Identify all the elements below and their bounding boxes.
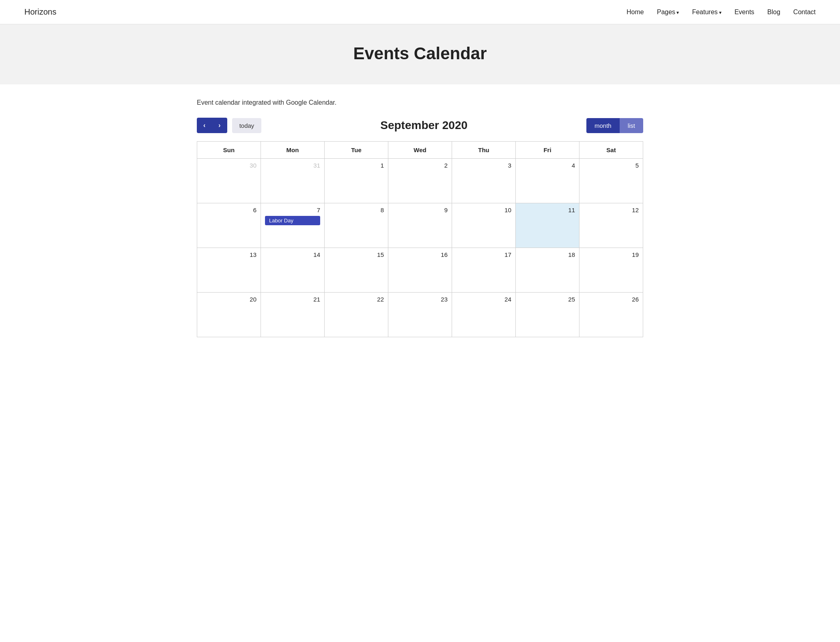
- day-number: 8: [329, 207, 384, 213]
- calendar-cell: 30: [197, 159, 261, 203]
- calendar-grid: SunMonTueWedThuFriSat 30311234567Labor D…: [197, 141, 643, 337]
- nav-contact[interactable]: Contact: [793, 9, 816, 16]
- calendar-cell: 8: [325, 203, 388, 248]
- day-number: 17: [456, 251, 511, 258]
- day-header-thu: Thu: [452, 142, 516, 159]
- day-header-sat: Sat: [579, 142, 643, 159]
- day-number: 20: [201, 296, 256, 303]
- next-button[interactable]: ›: [212, 118, 227, 133]
- calendar-cell: 17: [452, 248, 516, 293]
- nav-features[interactable]: Features: [692, 9, 721, 16]
- navbar: Horizons Home Pages Features Events Blog…: [0, 0, 840, 24]
- calendar-toolbar: ‹ › today September 2020 month list: [197, 118, 643, 133]
- nav-events[interactable]: Events: [734, 9, 754, 16]
- nav-buttons: ‹ ›: [197, 118, 227, 133]
- main-content: Event calendar integrated with Google Ca…: [181, 84, 659, 362]
- calendar-cell: 12: [579, 203, 643, 248]
- list-view-button[interactable]: list: [620, 118, 643, 133]
- view-toggle: month list: [586, 118, 643, 133]
- day-number: 31: [265, 162, 320, 169]
- calendar-cell: 26: [579, 293, 643, 337]
- day-number: 26: [584, 296, 639, 303]
- day-number: 4: [520, 162, 575, 169]
- day-number: 24: [456, 296, 511, 303]
- day-number: 14: [265, 251, 320, 258]
- day-number: 21: [265, 296, 320, 303]
- calendar-cell: 1: [325, 159, 388, 203]
- event-tag[interactable]: Labor Day: [265, 216, 320, 225]
- day-header-sun: Sun: [197, 142, 261, 159]
- calendar-cell: 14: [261, 248, 325, 293]
- day-number: 15: [329, 251, 384, 258]
- calendar-cell: 19: [579, 248, 643, 293]
- day-number: 13: [201, 251, 256, 258]
- day-number: 30: [201, 162, 256, 169]
- month-title: September 2020: [261, 119, 586, 132]
- day-number: 2: [392, 162, 448, 169]
- day-number: 7: [265, 207, 320, 213]
- month-view-button[interactable]: month: [586, 118, 620, 133]
- calendar-cell: 25: [516, 293, 579, 337]
- calendar-row: 20212223242526: [197, 293, 643, 337]
- day-number: 11: [520, 207, 575, 213]
- day-number: 9: [392, 207, 448, 213]
- prev-button[interactable]: ‹: [197, 118, 212, 133]
- hero-banner: Events Calendar: [0, 24, 840, 84]
- calendar-cell: 20: [197, 293, 261, 337]
- day-number: 16: [392, 251, 448, 258]
- day-number: 19: [584, 251, 639, 258]
- description-text: Event calendar integrated with Google Ca…: [197, 99, 643, 106]
- calendar-cell: 11: [516, 203, 579, 248]
- calendar-cell: 2: [388, 159, 452, 203]
- day-number: 10: [456, 207, 511, 213]
- day-number: 18: [520, 251, 575, 258]
- day-number: 6: [201, 207, 256, 213]
- day-number: 25: [520, 296, 575, 303]
- today-button[interactable]: today: [232, 118, 262, 133]
- day-header-wed: Wed: [388, 142, 452, 159]
- nav-pages[interactable]: Pages: [657, 9, 679, 16]
- calendar-cell: 18: [516, 248, 579, 293]
- day-number: 12: [584, 207, 639, 213]
- calendar-cell: 22: [325, 293, 388, 337]
- day-number: 5: [584, 162, 639, 169]
- day-number: 22: [329, 296, 384, 303]
- day-number: 23: [392, 296, 448, 303]
- calendar-cell: 6: [197, 203, 261, 248]
- nav-links: Home Pages Features Events Blog Contact: [627, 9, 816, 16]
- calendar-cell: 9: [388, 203, 452, 248]
- calendar-row: 303112345: [197, 159, 643, 203]
- calendar-cell: 23: [388, 293, 452, 337]
- calendar-cell: 7Labor Day: [261, 203, 325, 248]
- nav-blog[interactable]: Blog: [767, 9, 780, 16]
- day-header-fri: Fri: [516, 142, 579, 159]
- calendar-cell: 4: [516, 159, 579, 203]
- calendar-cell: 21: [261, 293, 325, 337]
- page-title: Events Calendar: [0, 44, 840, 63]
- calendar-row: 67Labor Day89101112: [197, 203, 643, 248]
- calendar-cell: 10: [452, 203, 516, 248]
- calendar-cell: 15: [325, 248, 388, 293]
- day-header-tue: Tue: [325, 142, 388, 159]
- nav-home[interactable]: Home: [627, 9, 644, 16]
- logo: Horizons: [24, 7, 56, 17]
- calendar-cell: 16: [388, 248, 452, 293]
- day-number: 1: [329, 162, 384, 169]
- calendar-cell: 31: [261, 159, 325, 203]
- calendar-row: 13141516171819: [197, 248, 643, 293]
- calendar-cell: 3: [452, 159, 516, 203]
- calendar-cell: 5: [579, 159, 643, 203]
- calendar-cell: 13: [197, 248, 261, 293]
- calendar-cell: 24: [452, 293, 516, 337]
- day-number: 3: [456, 162, 511, 169]
- day-header-mon: Mon: [261, 142, 325, 159]
